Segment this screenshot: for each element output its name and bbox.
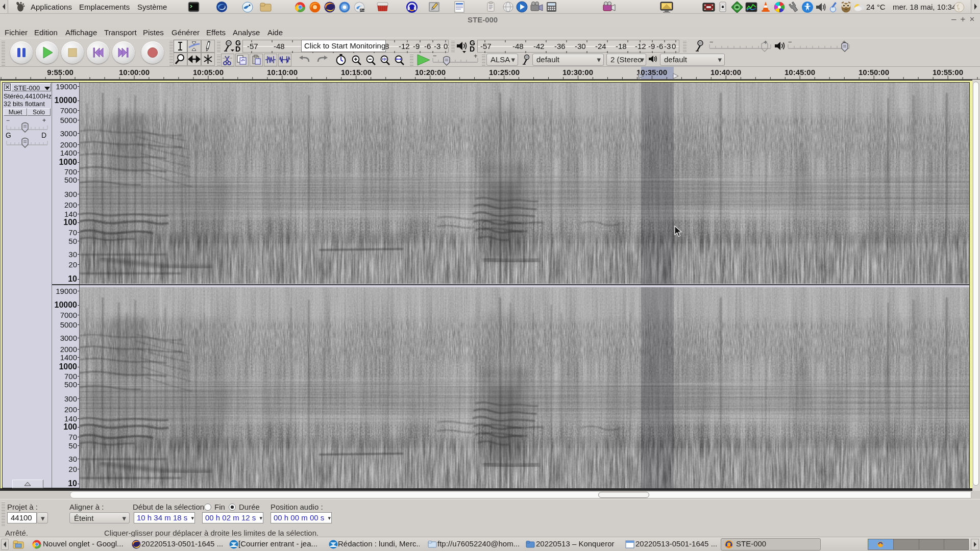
svg-text:Pro: Pro xyxy=(360,9,364,12)
svg-text:−: − xyxy=(433,54,437,60)
svg-text:+: + xyxy=(474,54,478,60)
svg-text:D: D xyxy=(41,132,46,139)
svg-text:−: − xyxy=(788,40,792,46)
svg-text:−: − xyxy=(6,117,10,124)
svg-text:G: G xyxy=(6,132,11,139)
svg-text:+: + xyxy=(42,117,46,124)
svg-text:−: − xyxy=(709,40,714,46)
